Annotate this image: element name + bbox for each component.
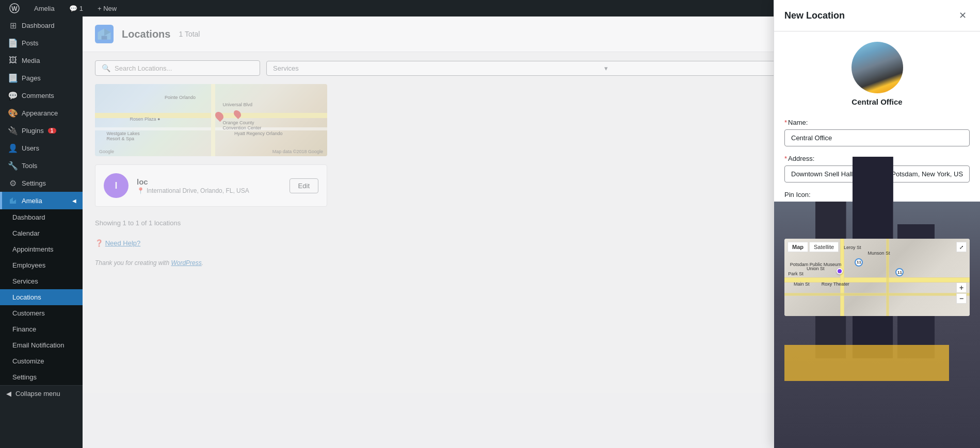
panel-body: Central Office * Name: * Address: Pin Ic…: [774, 31, 980, 414]
sidebar-item-settings[interactable]: ⚙ Settings: [0, 174, 83, 192]
zoom-in-button[interactable]: +: [956, 283, 967, 293]
sidebar-item-sub-email-notification[interactable]: Email Notification: [0, 337, 83, 353]
map-data-label: Map data ©2018 Google: [272, 149, 323, 154]
sub-services-label: Services: [12, 277, 38, 285]
sidebar-item-comments[interactable]: 💬 Comments: [0, 87, 83, 104]
search-input[interactable]: [115, 64, 253, 72]
profile-section: Central Office: [784, 42, 970, 106]
mini-map-road-2: [784, 293, 970, 296]
map-field: Map: Leroy St Munson St Union St Park St…: [784, 227, 970, 316]
wp-logo-icon: W: [9, 3, 20, 13]
mini-map[interactable]: Leroy St Munson St Union St Park St Main…: [784, 239, 970, 316]
profile-image-bg: [852, 42, 903, 93]
profile-image[interactable]: [852, 42, 903, 93]
sidebar-label-dashboard: Dashboard: [22, 22, 55, 29]
sidebar-item-plugins[interactable]: 🔌 Plugins 1: [0, 122, 83, 139]
sub-dashboard-label: Dashboard: [12, 213, 45, 221]
need-help-link[interactable]: Need Help?: [105, 239, 141, 247]
sub-email-notification-label: Email Notification: [12, 341, 64, 349]
svg-marker-5: [98, 28, 110, 40]
pages-icon: 📃: [8, 73, 18, 82]
sidebar-item-media[interactable]: 🖼 Media: [0, 52, 83, 69]
sidebar-item-sub-employees[interactable]: Employees: [0, 257, 83, 273]
sidebar-item-sub-customize[interactable]: Customize: [0, 353, 83, 369]
satellite-view-button[interactable]: Satellite: [809, 242, 839, 252]
sidebar-item-sub-appointments[interactable]: Appointments: [0, 241, 83, 257]
name-required-star: *: [784, 119, 787, 126]
sub-employees-label: Employees: [12, 261, 45, 269]
wp-logo-item[interactable]: W: [6, 0, 23, 16]
media-icon: 🖼: [8, 56, 18, 65]
comments-item[interactable]: 💬 1: [66, 0, 86, 16]
map-container: Pointe Orlando Rosen Plaza ● Universal B…: [95, 84, 327, 156]
svg-marker-6: [104, 28, 111, 36]
map-label-orange: Orange CountyConvention Center: [223, 120, 262, 130]
collapse-label: Collapse menu: [15, 390, 60, 397]
mini-map-label-main: Main St: [794, 281, 810, 287]
appearance-icon: 🎨: [8, 108, 18, 118]
map-label-rosen: Rosen Plaza ●: [130, 117, 160, 122]
page-title: Locations: [122, 28, 170, 40]
svg-rect-4: [95, 25, 114, 43]
address-required-star: *: [784, 155, 787, 162]
sidebar-label-media: Media: [22, 57, 40, 64]
sidebar-item-appearance[interactable]: 🎨 Appearance: [0, 104, 83, 122]
collapse-menu-item[interactable]: ◀ Collapse menu: [0, 385, 83, 402]
expand-map-button[interactable]: ⤢: [956, 242, 967, 252]
wordpress-link[interactable]: WordPress: [171, 259, 201, 267]
sub-calendar-label: Calendar: [12, 229, 40, 237]
sidebar-label-posts: Posts: [22, 39, 39, 47]
sub-appointments-label: Appointments: [12, 245, 54, 253]
new-item[interactable]: + New: [94, 0, 120, 16]
sidebar-item-sub-services[interactable]: Services: [0, 273, 83, 289]
mini-map-label-munson: Munson St: [868, 251, 890, 256]
map-road2: [95, 127, 327, 130]
location-card: l loc 📍 International Drive, Orlando, FL…: [95, 164, 327, 207]
locations-count: 1 Total: [179, 30, 200, 38]
sidebar-label-comments: Comments: [22, 92, 54, 99]
sidebar-item-sub-finance[interactable]: Finance: [0, 321, 83, 337]
mini-map-label-park: Park St: [788, 271, 804, 276]
sidebar-label-tools: Tools: [22, 162, 37, 170]
users-icon: 👤: [8, 143, 18, 153]
map-image: Pointe Orlando Rosen Plaza ● Universal B…: [95, 84, 327, 156]
svg-text:W: W: [11, 5, 18, 12]
location-address: 📍 International Drive, Orlando, FL, USA: [137, 187, 281, 194]
sub-customize-label: Customize: [12, 357, 44, 365]
sidebar-label-pages: Pages: [22, 74, 41, 82]
map-road-horizontal: [95, 113, 327, 118]
sidebar-item-pages[interactable]: 📃 Pages: [0, 69, 83, 87]
posts-icon: 📄: [8, 38, 18, 47]
comment-count: 1: [79, 5, 83, 12]
mini-map-road-main: [784, 277, 970, 283]
help-icon: ❓: [95, 239, 103, 247]
map-label-pointe: Pointe Orlando: [165, 95, 196, 100]
sidebar-submenu-amelia: Dashboard Calendar Appointments Employee…: [0, 209, 83, 385]
sidebar-item-sub-locations[interactable]: Locations: [0, 289, 83, 305]
sub-customers-label: Customers: [12, 309, 45, 317]
search-box[interactable]: 🔍: [95, 60, 260, 76]
sidebar-item-amelia[interactable]: Amelia ◀: [0, 192, 83, 209]
dashboard-icon: ⊞: [8, 21, 18, 30]
sidebar-item-sub-settings[interactable]: Settings: [0, 369, 83, 385]
search-icon: 🔍: [102, 64, 110, 72]
sidebar-item-dashboard[interactable]: ⊞ Dashboard: [0, 16, 83, 34]
sidebar-item-sub-customers[interactable]: Customers: [0, 305, 83, 321]
site-name-item[interactable]: Amelia: [31, 0, 58, 16]
sidebar-item-tools[interactable]: 🔧 Tools: [0, 157, 83, 174]
map-pin2: [232, 109, 243, 119]
sidebar-item-posts[interactable]: 📄 Posts: [0, 34, 83, 52]
close-panel-button[interactable]: ✕: [955, 8, 970, 23]
sidebar-item-sub-calendar[interactable]: Calendar: [0, 225, 83, 241]
zoom-out-button[interactable]: −: [956, 293, 967, 304]
sidebar-label-users: Users: [22, 144, 39, 152]
panel-header: New Location ✕: [774, 0, 980, 31]
map-pin: [214, 110, 226, 122]
map-view-button[interactable]: Map: [788, 242, 808, 252]
amelia-chevron-icon: ◀: [72, 198, 76, 204]
sidebar-item-sub-dashboard[interactable]: Dashboard: [0, 209, 83, 225]
name-input[interactable]: [784, 129, 970, 146]
panel-overlay: New Location ✕ Central Office * Name: [774, 0, 980, 448]
sidebar-item-users[interactable]: 👤 Users: [0, 139, 83, 157]
edit-location-button[interactable]: Edit: [290, 178, 318, 193]
